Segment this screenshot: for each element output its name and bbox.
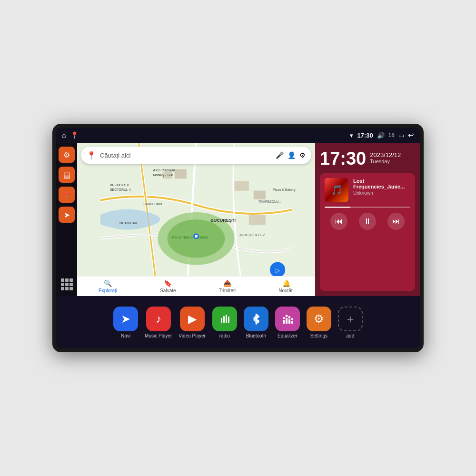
clock-display: 17:30 [320,149,366,168]
map-search-actions: 🎤 👤 ⚙ [276,151,306,159]
music-next-btn[interactable]: ⏭ [387,213,405,230]
nav-arrow-icon: ➤ [64,210,70,219]
svg-rect-25 [223,316,225,323]
saved-icon: 🔖 [164,279,172,287]
svg-text:AXIS Premium: AXIS Premium [153,169,175,172]
status-left: ⌂ 📍 [62,131,79,139]
device-frame: ⌂ 📍 ▾ 17:30 🔊 18 ▭ ↩ ⚙ ▤ [52,124,424,352]
maps-logo-icon: 📍 [87,151,96,160]
app-radio[interactable]: radio [212,307,237,338]
music-progress-bar[interactable] [325,207,410,208]
navi-label: Navi [121,333,130,338]
svg-text:TRAPEZOLU...: TRAPEZOLU... [258,200,281,203]
sidebar-nav-btn[interactable]: ➤ [59,207,75,223]
map-container[interactable]: BERCENI BUCUREȘTI SECTORUL 4 BUCUREȘTI J… [77,143,315,296]
music-widget: 🎵 Lost Frequencies_Janie... Unknown ⏮ [320,173,415,291]
svg-rect-24 [221,318,222,323]
svg-text:BERCENI: BERCENI [119,221,137,225]
svg-rect-6 [254,191,266,199]
equalizer-label: Equalizer [278,333,298,338]
news-icon: 🔔 [282,279,290,287]
bottom-dock: ➤ Navi ♪ Music Player ▶ Video Player [56,296,420,348]
music-prev-btn[interactable]: ⏮ [330,213,347,230]
svg-text:BUCUREȘTI: BUCUREȘTI [110,183,129,187]
svg-rect-27 [228,317,229,323]
volume-icon: 🔊 [377,132,385,139]
maps-icon[interactable]: 📍 [70,131,79,139]
wifi-icon: ▾ [350,132,353,139]
settings-app-icon: ⚙ [307,307,331,331]
svg-rect-28 [283,317,285,324]
sidebar-map-btn[interactable]: 📍 [59,187,75,203]
map-nav-explore[interactable]: 🔍 Explorați [99,279,117,293]
app-music-player[interactable]: ♪ Music Player [145,307,172,338]
clock-day: Tuesday [370,159,401,164]
navi-icon: ➤ [113,307,138,331]
bluetooth-icon [244,307,268,331]
apps-grid-btn[interactable] [59,276,75,292]
pause-icon: ⏸ [364,217,371,226]
music-icon: ♪ [146,307,171,331]
device-screen: ⌂ 📍 ▾ 17:30 🔊 18 ▭ ↩ ⚙ ▤ [56,128,420,348]
sidebar-settings-btn[interactable]: ⚙ [59,147,75,163]
app-video-player[interactable]: ▶ Video Player [178,307,206,338]
battery-level: 18 [388,132,395,139]
music-artist: Unknown [353,190,410,196]
map-pin-icon: 📍 [63,191,71,198]
svg-text:BUCUREȘTI: BUCUREȘTI [210,218,236,223]
right-panel: 17:30 2023/12/12 Tuesday 🎵 Lost Frequenc… [315,143,420,296]
svg-text:Pizza & Bakery: Pizza & Bakery [273,188,296,192]
map-settings-icon[interactable]: ⚙ [299,151,306,159]
radio-icon [212,307,237,331]
folder-icon: ▤ [63,170,70,179]
map-nav-send[interactable]: 📤 Trimiteți [219,279,236,293]
equalizer-icon [275,307,300,331]
svg-rect-5 [235,181,249,191]
music-text: Lost Frequencies_Janie... Unknown [353,178,410,196]
dock-apps: ➤ Navi ♪ Music Player ▶ Video Player [113,307,363,338]
svg-rect-35 [291,320,294,321]
music-pause-btn[interactable]: ⏸ [359,213,376,230]
video-label: Video Player [178,333,206,338]
add-icon: ＋ [338,307,363,331]
svg-rect-29 [286,315,288,324]
music-title: Lost Frequencies_Janie... [353,178,410,189]
svg-rect-7 [249,215,266,225]
app-equalizer[interactable]: Equalizer [275,307,300,338]
app-settings[interactable]: ⚙ Settings [307,307,331,338]
mic-icon[interactable]: 🎤 [276,151,284,159]
back-icon[interactable]: ↩ [408,131,414,139]
battery-icon: ▭ [398,132,404,139]
music-progress-fill [325,207,350,208]
map-search-bar[interactable]: 📍 Căutați aici 🎤 👤 ⚙ [81,147,311,164]
status-right: ▾ 17:30 🔊 18 ▭ ↩ [350,131,414,139]
next-icon: ⏭ [392,217,400,226]
explore-icon: 🔍 [104,279,112,287]
app-bluetooth[interactable]: Bluetooth [244,307,268,338]
music-label: Music Player [145,333,172,338]
sidebar: ⚙ ▤ 📍 ➤ [56,143,77,296]
home-icon[interactable]: ⌂ [62,131,66,139]
settings-label: Settings [310,333,327,338]
svg-text:SECTORUL 4: SECTORUL 4 [110,188,131,191]
svg-text:JUDEȚUL ILFOV: JUDEȚUL ILFOV [239,233,265,237]
sidebar-folder-btn[interactable]: ▤ [59,167,75,183]
album-art-image: 🎵 [325,178,348,202]
app-navi[interactable]: ➤ Navi [113,307,138,338]
svg-point-20 [195,235,198,238]
map-nav-saved[interactable]: 🔖 Salvate [160,279,176,293]
news-label: Noutăți [278,288,294,293]
clock-widget: 17:30 2023/12/12 Tuesday [320,148,415,169]
clock-date-year: 2023/12/12 [370,151,401,159]
music-controls: ⏮ ⏸ ⏭ [325,213,410,230]
radio-label: radio [219,333,230,338]
svg-text:Mobility - Sud: Mobility - Sud [153,173,173,177]
account-icon[interactable]: 👤 [288,151,296,159]
album-art: 🎵 [325,178,348,202]
settings-icon: ⚙ [63,150,70,159]
app-add[interactable]: ＋ add [338,307,363,338]
map-nav-news[interactable]: 🔔 Noutăți [278,279,294,293]
send-icon: 📤 [223,279,231,287]
saved-label: Salvate [160,288,176,293]
svg-text:Parcul Natural Văcărești: Parcul Natural Văcărești [172,236,208,239]
